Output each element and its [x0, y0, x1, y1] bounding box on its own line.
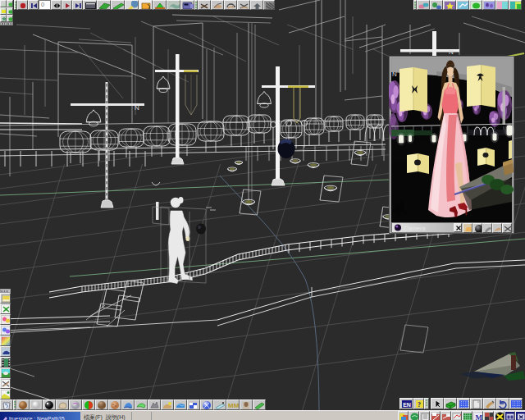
svg-text:truespace : NewPath35: truespace : NewPath35 — [9, 416, 65, 420]
svg-text:N: N — [135, 104, 139, 112]
svg-text:MM: MM — [228, 402, 240, 409]
svg-text:EN: EN — [403, 402, 411, 408]
svg-text:Camera: Camera — [404, 225, 427, 232]
svg-text:?: ? — [418, 401, 421, 409]
svg-text:N: N — [449, 48, 454, 56]
svg-text:N: N — [392, 71, 397, 78]
svg-text:M: M — [476, 413, 483, 420]
